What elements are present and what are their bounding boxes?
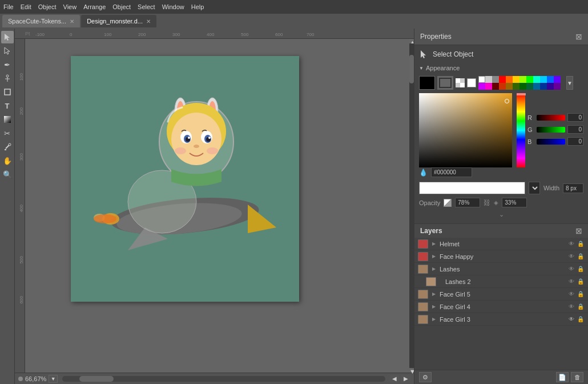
layer-helmet-expand[interactable]: ▶	[430, 241, 437, 247]
layer-lashes-visibility[interactable]: 👁	[567, 265, 575, 273]
layer-face-happy[interactable]: ▶ Face Happy 👁 🔒	[414, 250, 588, 263]
layer-lashes2-expand[interactable]	[438, 278, 443, 285]
stroke-style-select[interactable]	[419, 182, 525, 194]
layer-facegirl4[interactable]: ▶ Face Girl 4 👁 🔒	[414, 301, 588, 313]
tool-direct-select[interactable]	[1, 45, 14, 57]
tool-select-arrow[interactable]	[1, 31, 14, 43]
layer-lashes2[interactable]: Lashes 2 👁 🔒	[414, 275, 588, 288]
g-input[interactable]: 0	[567, 125, 583, 134]
tool-hand[interactable]: ✋	[1, 154, 14, 167]
layer-helmet-lock[interactable]: 🔒	[577, 240, 585, 248]
r-slider[interactable]	[537, 115, 565, 121]
tool-zoom[interactable]: 🔍	[1, 168, 14, 181]
scroll-thumb-h[interactable]	[79, 376, 114, 382]
spectrum-bar[interactable]	[517, 93, 525, 167]
preset-teal[interactable]	[533, 76, 540, 83]
tool-anchor[interactable]	[1, 72, 14, 85]
preset-pink[interactable]	[485, 83, 492, 90]
scroll-left-btn[interactable]: ◀	[390, 375, 399, 383]
tab-1[interactable]: Design_monster.d... ✕	[81, 15, 156, 27]
layer-facegirl3[interactable]: ▶ Face Girl 3 👁 🔒	[414, 313, 588, 326]
scroll-thumb[interactable]	[409, 55, 414, 83]
tool-gradient[interactable]	[1, 113, 14, 126]
layer-facegirl5-lock[interactable]: 🔒	[577, 290, 585, 298]
color-gradient-picker[interactable]	[419, 93, 512, 167]
layer-face-happy-lock[interactable]: 🔒	[577, 253, 585, 261]
scrollbar-vertical[interactable]: ▲ ▼	[409, 39, 414, 373]
preset-lgray[interactable]	[485, 76, 492, 83]
preset-doliv[interactable]	[513, 83, 519, 90]
canvas-viewport[interactable]	[25, 39, 409, 373]
tab-0[interactable]: SpaceCute-Tokens... ✕	[2, 15, 80, 27]
opacity-input[interactable]: 78%	[455, 198, 480, 207]
tool-eyedropper[interactable]	[1, 141, 14, 153]
layer-facegirl3-lock[interactable]: 🔒	[577, 315, 585, 323]
preset-green[interactable]	[526, 76, 533, 83]
tool-type[interactable]: T	[1, 99, 14, 112]
menu-view[interactable]: View	[63, 3, 77, 10]
scrollbar-horizontal[interactable]	[62, 376, 385, 382]
preset-red[interactable]	[499, 76, 506, 83]
layer-facegirl4-expand[interactable]: ▶	[430, 303, 437, 310]
preset-purple[interactable]	[554, 76, 561, 83]
b-slider[interactable]	[537, 139, 565, 145]
eyedropper-icon[interactable]: 💧	[419, 169, 428, 177]
layer-facegirl5-expand[interactable]: ▶	[430, 291, 437, 298]
layer-face-happy-expand[interactable]: ▶	[430, 253, 437, 260]
scroll-down-btn[interactable]: ▼	[409, 368, 414, 373]
layer-lashes-lock[interactable]: 🔒	[577, 265, 585, 273]
collapse-btn[interactable]: ⌄	[419, 210, 583, 219]
preset-lyellow[interactable]	[519, 76, 526, 83]
more-swatches-btn[interactable]: ▼	[566, 76, 573, 90]
layer-helmet-visibility[interactable]: 👁	[567, 240, 575, 248]
white-swatch[interactable]	[467, 78, 476, 87]
preset-dred[interactable]	[492, 83, 499, 90]
preset-dgreen[interactable]	[519, 83, 526, 90]
menu-file[interactable]: File	[3, 3, 14, 10]
layer-facegirl3-expand[interactable]: ▶	[430, 316, 437, 323]
preset-cyan[interactable]	[540, 76, 547, 83]
preset-dyell[interactable]	[506, 83, 513, 90]
menu-arrange[interactable]: Arrange	[83, 3, 106, 10]
artwork-canvas[interactable]	[71, 56, 299, 302]
layers-expand-icon[interactable]: ⊠	[575, 226, 582, 235]
tool-rect[interactable]	[1, 86, 14, 98]
menu-help[interactable]: Help	[191, 3, 204, 10]
width-input[interactable]: 8 px	[563, 183, 583, 193]
preset-blue[interactable]	[547, 76, 554, 83]
layer-facegirl3-visibility[interactable]: 👁	[567, 315, 575, 323]
stroke-swatch[interactable]	[437, 76, 453, 90]
fill-swatch[interactable]	[419, 76, 435, 90]
tab-1-close[interactable]: ✕	[146, 18, 151, 25]
layer-lashes-expand[interactable]: ▶	[430, 266, 437, 273]
preset-dviolet[interactable]	[554, 83, 561, 90]
scroll-up-btn[interactable]: ▲	[409, 39, 414, 43]
opacity2-input[interactable]: 33%	[502, 198, 527, 207]
preset-yellow[interactable]	[513, 76, 519, 83]
preset-dpurple[interactable]	[547, 83, 554, 90]
new-layer-btn[interactable]: 📄	[556, 372, 569, 382]
layer-lashes[interactable]: ▶ Lashes 👁 🔒	[414, 263, 588, 275]
hex-input[interactable]: #000000	[431, 167, 472, 177]
layer-facegirl4-visibility[interactable]: 👁	[567, 303, 575, 311]
delete-layer-btn[interactable]: 🗑	[571, 372, 583, 382]
tab-0-close[interactable]: ✕	[70, 18, 74, 25]
menu-object[interactable]: Object	[38, 3, 57, 10]
r-input[interactable]: 0	[567, 113, 583, 122]
tool-pen[interactable]: ✒	[1, 58, 14, 71]
layer-face-happy-visibility[interactable]: 👁	[567, 253, 575, 261]
menu-edit[interactable]: Edit	[21, 3, 31, 10]
layer-helmet[interactable]: ▶ Helmet 👁 🔒	[414, 238, 588, 250]
menu-select[interactable]: Select	[138, 3, 155, 10]
menu-object2[interactable]: Object	[112, 3, 131, 10]
preset-dblue[interactable]	[540, 83, 547, 90]
b-input[interactable]: 0	[567, 137, 583, 146]
layer-lashes2-lock[interactable]: 🔒	[577, 278, 585, 286]
layer-facegirl5[interactable]: ▶ Face Girl 5 👁 🔒	[414, 288, 588, 301]
layers-list[interactable]: ▶ Helmet 👁 🔒 ▶ Face Happy 👁 🔒	[414, 238, 588, 370]
layer-lashes2-visibility[interactable]: 👁	[567, 278, 575, 286]
layer-facegirl4-lock[interactable]: 🔒	[577, 303, 585, 311]
scroll-right-btn[interactable]: ▶	[401, 375, 410, 383]
preset-gray[interactable]	[492, 76, 499, 83]
preset-dteal[interactable]	[526, 83, 533, 90]
